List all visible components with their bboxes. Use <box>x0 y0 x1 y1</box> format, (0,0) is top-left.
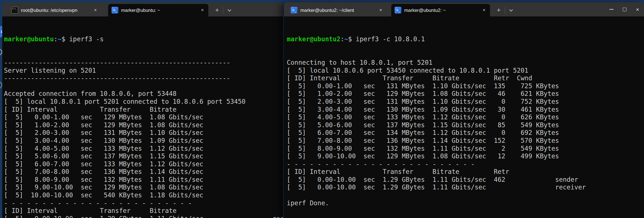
tab-close-icon[interactable]: × <box>200 7 205 13</box>
tab-marker-ubuntu2[interactable]: >_ marker@ubuntu2: ~ × <box>391 4 490 16</box>
terminal-line: [ 5] 6.00-7.00 sec 134 MBytes 1.12 Gbits… <box>287 129 644 137</box>
tab-marker-ubuntu[interactable]: >_ marker@ubuntu: ~ × <box>108 4 208 16</box>
terminal-line: [ 5] 0.00-10.00 sec 1.29 GBytes 1.11 Gbi… <box>287 184 644 191</box>
terminal-line: [ 5] local 10.8.0.1 port 5201 connected … <box>4 98 283 106</box>
server-output-lines: ----------------------------------------… <box>4 59 283 218</box>
terminal-line: ----------------------------------------… <box>4 74 283 82</box>
tab-dropdown-button[interactable] <box>506 4 516 16</box>
prompt-command: $ iperf3 -s <box>61 35 104 43</box>
terminal-line: Server listening on 5201 <box>4 67 283 75</box>
new-tab-button[interactable]: + <box>212 4 222 16</box>
tab-close-icon[interactable]: × <box>482 7 487 13</box>
prompt-user-host: marker@ubuntu <box>4 35 54 43</box>
terminal-line: [ ID] Interval Transfer Bitrate Retr <box>287 168 644 176</box>
terminal-line: Accepted connection from 10.8.0.6, port … <box>4 90 283 98</box>
tab-title: marker@ubuntu2: ~ <box>404 8 477 13</box>
titlebar-drag-region <box>516 2 605 16</box>
tab-bar: C:\_ root@ubuntu: /etc/openvpn × >_ mark… <box>2 2 283 16</box>
chevron-down-icon <box>228 8 231 12</box>
close-button[interactable]: × <box>631 2 644 16</box>
terminal-line: [ ID] Interval Transfer Bitrate <box>4 207 283 215</box>
terminal-line: iperf Done. <box>287 199 644 207</box>
terminal-line: [ 5] 9.00-10.00 sec 129 MBytes 1.08 Gbit… <box>4 184 283 191</box>
terminal-output-server[interactable]: marker@ubuntu:~$ iperf3 -s -------------… <box>2 16 283 218</box>
terminal-line: [ 5] 1.00-2.00 sec 129 MBytes 1.08 Gbits… <box>4 121 283 129</box>
prompt-command: $ iperf3 -c 10.8.0.1 <box>348 35 425 43</box>
background-edge-fragment <box>0 81 2 89</box>
terminal-line: [ 5] local 10.8.0.6 port 53450 connected… <box>287 67 644 75</box>
terminal-line: - - - - - - - - - - - - - - - - - - - - … <box>4 199 283 207</box>
terminal-line: [ 5] 0.00-10.00 sec 1.29 GBytes 1.11 Gbi… <box>287 176 644 184</box>
terminal-line: Connecting to host 10.8.0.1, port 5201 <box>287 59 644 67</box>
titlebar-drag-region <box>234 2 283 16</box>
chevron-down-icon <box>509 8 513 12</box>
tabbar-divider <box>223 7 223 14</box>
terminal-line: [ 5] 10.00-10.00 sec 540 KBytes 1.18 Gbi… <box>4 191 283 199</box>
prompt-line: marker@ubuntu:~$ iperf3 -s <box>4 35 283 43</box>
powershell-icon: >_ <box>291 7 298 14</box>
minimize-button[interactable] <box>605 2 618 16</box>
powershell-icon: >_ <box>395 7 401 14</box>
terminal-line: [ 5] 8.00-9.00 sec 132 MBytes 1.11 Gbits… <box>287 145 644 153</box>
tab-close-icon[interactable]: × <box>378 7 383 13</box>
tabbar-divider <box>505 7 505 14</box>
minimize-icon <box>609 9 613 10</box>
cmd-terminal-icon: C:\_ <box>11 7 18 14</box>
terminal-line: [ 5] 2.00-3.00 sec 131 MBytes 1.10 Gbits… <box>4 129 283 137</box>
terminal-line: [ 5] 3.00-4.00 sec 130 MBytes 1.09 Gbits… <box>287 106 644 114</box>
tab-bar: >_ marker@ubuntu2: ~/client × >_ marker@… <box>284 2 644 16</box>
terminal-line: [ 5] 2.00-3.00 sec 131 MBytes 1.10 Gbits… <box>287 98 644 106</box>
terminal-line: [ 5] 0.00-10.00 sec 1.29 GBytes 1.11 Gbi… <box>4 215 283 218</box>
terminal-line: [ 5] 1.00-2.00 sec 129 MBytes 1.08 Gbits… <box>287 90 644 98</box>
terminal-line: - - - - - - - - - - - - - - - - - - - - … <box>287 160 644 168</box>
terminal-line: [ 5] 8.00-9.00 sec 132 MBytes 1.11 Gbits… <box>4 176 283 184</box>
terminal-line: [ 5] 5.00-6.00 sec 137 MBytes 1.15 Gbits… <box>287 121 644 129</box>
terminal-line: ----------------------------------------… <box>4 59 283 67</box>
terminal-line: [ 5] 0.00-1.00 sec 129 MBytes 1.08 Gbits… <box>4 113 283 121</box>
terminal-line: [ 5] 4.00-5.00 sec 133 MBytes 1.12 Gbits… <box>287 113 644 121</box>
background-edge-fragment <box>0 49 2 55</box>
terminal-line: [ ID] Interval Transfer Bitrate Retr Cwn… <box>287 74 644 82</box>
terminal-line: [ 5] 0.00-1.00 sec 131 MBytes 1.10 Gbits… <box>287 82 644 90</box>
terminal-line: [ 5] 4.00-5.00 sec 133 MBytes 1.12 Gbits… <box>4 145 283 153</box>
terminal-window-client: >_ marker@ubuntu2: ~/client × >_ marker@… <box>284 2 644 218</box>
tab-close-icon[interactable]: × <box>93 7 98 13</box>
terminal-output-client[interactable]: marker@ubuntu2:~$ iperf3 -c 10.8.0.1 Con… <box>284 16 644 218</box>
terminal-line: [ 5] 3.00-4.00 sec 130 MBytes 1.09 Gbits… <box>4 137 283 145</box>
prompt-user-host: marker@ubuntu2 <box>287 35 341 43</box>
tab-marker-ubuntu2-client[interactable]: >_ marker@ubuntu2: ~/client × <box>287 4 387 16</box>
prompt-path: ~ <box>344 35 348 43</box>
new-tab-button[interactable]: + <box>494 4 504 16</box>
tab-title: marker@ubuntu2: ~/client <box>300 8 374 13</box>
terminal-line: [ 5] 9.00-10.00 sec 129 MBytes 1.08 Gbit… <box>287 152 644 160</box>
tab-dropdown-button[interactable] <box>224 4 234 16</box>
close-icon: × <box>636 7 639 12</box>
terminal-window-server: C:\_ root@ubuntu: /etc/openvpn × >_ mark… <box>2 2 283 218</box>
terminal-line: [ 5] 7.00-8.00 sec 136 MBytes 1.14 Gbits… <box>287 137 644 145</box>
terminal-line: [ 5] 6.00-7.00 sec 133 MBytes 1.12 Gbits… <box>4 160 283 168</box>
tab-title: root@ubuntu: /etc/openvpn <box>21 8 88 13</box>
terminal-line: [ 5] 7.00-8.00 sec 136 MBytes 1.14 Gbits… <box>4 168 283 176</box>
window-controls: × <box>605 2 644 16</box>
maximize-icon <box>623 8 626 11</box>
maximize-button[interactable] <box>618 2 631 16</box>
terminal-line <box>4 82 283 90</box>
terminal-line: [ 5] 5.00-6.00 sec 137 MBytes 1.15 Gbits… <box>4 152 283 160</box>
powershell-icon: >_ <box>112 7 118 14</box>
tab-root-ubuntu-openvpn[interactable]: C:\_ root@ubuntu: /etc/openvpn × <box>8 4 101 16</box>
tab-title: marker@ubuntu: ~ <box>121 8 195 13</box>
client-output-lines: Connecting to host 10.8.0.1, port 5201[ … <box>287 59 644 207</box>
terminal-line <box>287 191 644 199</box>
prompt-line: marker@ubuntu2:~$ iperf3 -c 10.8.0.1 <box>287 35 644 43</box>
terminal-line: [ ID] Interval Transfer Bitrate <box>4 106 283 114</box>
prompt-path: ~ <box>58 35 62 43</box>
